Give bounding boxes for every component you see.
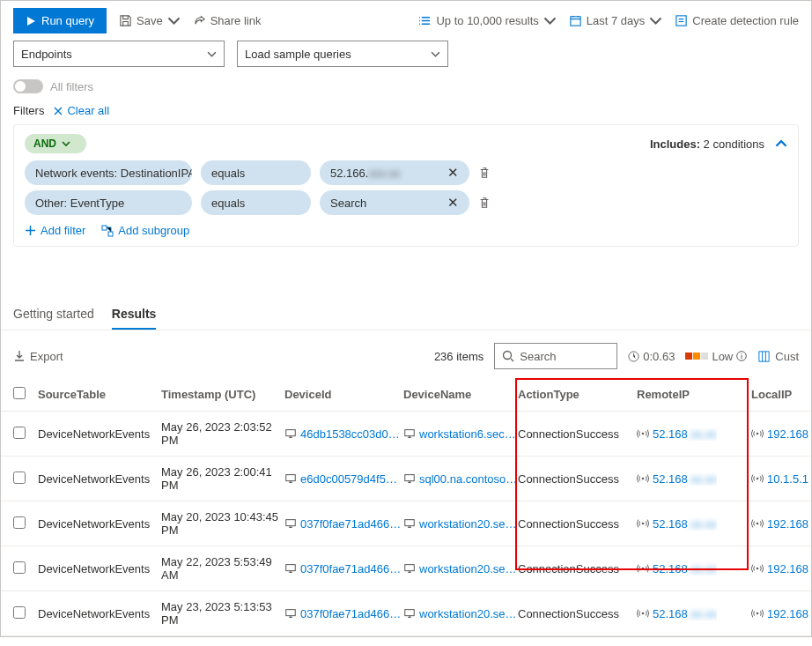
cell-actiontype: ConnectionSuccess	[518, 517, 637, 531]
cell-devicename[interactable]: workstation20.seccxp...	[403, 607, 518, 620]
filter-op-pill[interactable]: equals	[201, 190, 311, 215]
cell-deviceid[interactable]: 46db1538cc03d01ed...	[284, 427, 403, 441]
cell-localip[interactable]: 192.168	[751, 427, 811, 441]
cell-localip[interactable]: 192.168	[751, 607, 811, 620]
cell-remoteip[interactable]: 52.168.xx.xx	[637, 562, 751, 575]
cell-devicename[interactable]: workstation20.seccxp...	[403, 517, 518, 531]
operator-pill[interactable]: AND	[25, 134, 86, 153]
table-row[interactable]: DeviceNetworkEventsMay 26, 2023 2:03:52 …	[1, 412, 811, 457]
col-actiontype[interactable]: ActionType	[518, 388, 637, 401]
x-icon	[53, 106, 63, 116]
all-filters-toggle[interactable]	[13, 79, 43, 93]
filter-field-pill[interactable]: Other: EventType	[25, 190, 192, 215]
columns-icon	[757, 350, 771, 363]
table-row[interactable]: DeviceNetworkEventsMay 26, 2023 2:00:41 …	[1, 457, 811, 501]
play-icon	[26, 16, 36, 26]
cell-remoteip[interactable]: 52.168.xx.xx	[637, 427, 751, 441]
col-source[interactable]: SourceTable	[38, 388, 161, 401]
col-devicename[interactable]: DeviceName	[403, 388, 518, 401]
results-table: SourceTable Timestamp (UTC) DeviceId Dev…	[1, 378, 811, 636]
time-range-dropdown[interactable]: Last 7 days	[569, 14, 663, 27]
remove-value-button[interactable]: ✕	[447, 195, 459, 211]
cell-deviceid[interactable]: e6d0c00579d4f51ee1...	[284, 472, 403, 486]
export-button[interactable]: Export	[13, 350, 63, 363]
results-limit-dropdown[interactable]: Up to 10,000 results	[418, 14, 556, 27]
svg-rect-17	[405, 520, 415, 526]
row-checkbox[interactable]	[13, 606, 26, 619]
chevron-down-icon	[62, 139, 70, 148]
items-count: 236 items	[434, 350, 484, 363]
share-label: Share link	[210, 14, 262, 27]
filter-row: Other: EventType equals Search ✕	[25, 190, 787, 215]
svg-rect-16	[286, 520, 296, 526]
delete-filter-icon[interactable]	[478, 197, 491, 209]
search-placeholder: Search	[520, 350, 556, 363]
cell-remoteip[interactable]: 52.168.xx.xx	[637, 472, 751, 486]
add-subgroup-label: Add subgroup	[118, 224, 189, 237]
filter-builder-panel: AND Includes: 2 conditions Network event…	[13, 124, 799, 247]
monitor-icon	[403, 427, 416, 440]
cell-localip[interactable]: 10.1.5.1	[751, 472, 811, 486]
add-subgroup-button[interactable]: Add subgroup	[101, 224, 189, 237]
col-localip[interactable]: LocalIP	[751, 388, 811, 401]
tab-getting-started[interactable]: Getting started	[13, 300, 94, 330]
filter-field-pill[interactable]: Network events: DestinationIPA...	[25, 160, 192, 185]
col-deviceid[interactable]: DeviceId	[284, 388, 403, 401]
row-checkbox[interactable]	[13, 561, 26, 574]
delete-filter-icon[interactable]	[478, 167, 491, 179]
remove-value-button[interactable]: ✕	[447, 165, 459, 181]
col-remoteip[interactable]: RemoteIP	[637, 388, 751, 401]
col-timestamp[interactable]: Timestamp (UTC)	[161, 388, 284, 401]
row-checkbox[interactable]	[13, 516, 26, 529]
svg-point-19	[757, 523, 759, 525]
save-button[interactable]: Save	[119, 14, 181, 27]
table-row[interactable]: DeviceNetworkEventsMay 23, 2023 5:13:53 …	[1, 591, 811, 636]
results-search-input[interactable]: Search	[494, 343, 617, 369]
share-link-button[interactable]: Share link	[193, 14, 262, 27]
chevron-up-icon[interactable]	[775, 137, 787, 150]
clear-all-button[interactable]: Clear all	[53, 104, 109, 117]
svg-point-27	[757, 613, 759, 615]
select-all-checkbox[interactable]	[13, 387, 26, 399]
row-checkbox[interactable]	[13, 427, 26, 439]
table-row[interactable]: DeviceNetworkEventsMay 20, 2023 10:43:45…	[1, 501, 811, 546]
cell-deviceid[interactable]: 037f0fae71ad4661e3...	[284, 517, 403, 531]
filter-value-pill[interactable]: Search ✕	[320, 190, 469, 215]
network-icon	[637, 472, 649, 485]
perf-indicator: Low	[685, 350, 747, 363]
plus-icon	[25, 225, 36, 236]
svg-point-14	[642, 478, 645, 480]
download-icon	[13, 350, 26, 362]
cell-remoteip[interactable]: 52.168.xx.xx	[637, 607, 751, 620]
filter-value-pill[interactable]: 52.166.xxx.xx ✕	[320, 160, 469, 185]
cell-remoteip[interactable]: 52.168.xx.xx	[637, 517, 751, 531]
add-filter-button[interactable]: Add filter	[25, 224, 85, 237]
create-detection-rule-button[interactable]: Create detection rule	[675, 14, 799, 27]
info-icon[interactable]	[736, 351, 747, 361]
monitor-icon	[403, 607, 416, 620]
network-icon	[637, 427, 649, 440]
cell-localip[interactable]: 192.168	[751, 517, 811, 531]
row-checkbox[interactable]	[13, 472, 26, 484]
cell-actiontype: ConnectionSuccess	[518, 607, 637, 620]
customize-columns-button[interactable]: Cust	[757, 350, 799, 363]
cell-deviceid[interactable]: 037f0fae71ad4661e3...	[284, 562, 403, 575]
tab-results[interactable]: Results	[112, 300, 157, 330]
cell-devicename[interactable]: workstation6.seccxp...	[403, 427, 518, 441]
filter-op-pill[interactable]: equals	[201, 160, 311, 185]
cell-timestamp: May 22, 2023 5:53:49 AM	[161, 555, 284, 582]
run-query-button[interactable]: Run query	[13, 8, 107, 33]
filters-label: Filters	[13, 104, 44, 117]
includes-count: 2 conditions	[704, 137, 764, 151]
scope-dropdown[interactable]: Endpoints	[13, 41, 225, 67]
cell-localip[interactable]: 192.168	[751, 562, 811, 575]
monitor-icon	[284, 427, 297, 440]
sample-queries-dropdown[interactable]: Load sample queries	[237, 41, 448, 67]
svg-point-23	[757, 568, 759, 570]
svg-point-15	[757, 478, 759, 480]
cell-deviceid[interactable]: 037f0fae71ad4661e3...	[284, 607, 403, 620]
table-row[interactable]: DeviceNetworkEventsMay 22, 2023 5:53:49 …	[1, 546, 811, 591]
cell-devicename[interactable]: workstation20.seccxp...	[403, 562, 518, 575]
svg-rect-25	[405, 610, 415, 616]
cell-devicename[interactable]: sql00.na.contosohote...	[403, 472, 518, 486]
